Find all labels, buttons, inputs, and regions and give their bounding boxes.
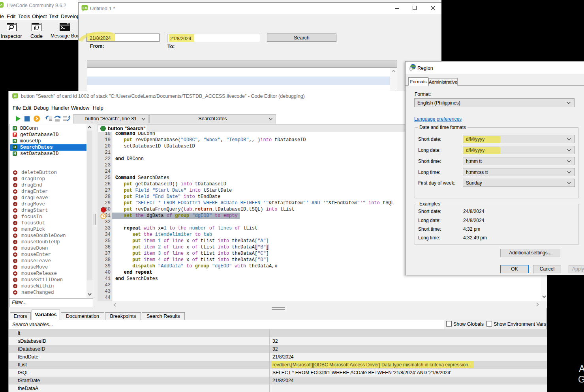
svg-text:lc: lc <box>14 94 17 98</box>
svg-text:Lc: Lc <box>0 3 2 7</box>
svg-text:Lc: Lc <box>83 6 87 10</box>
